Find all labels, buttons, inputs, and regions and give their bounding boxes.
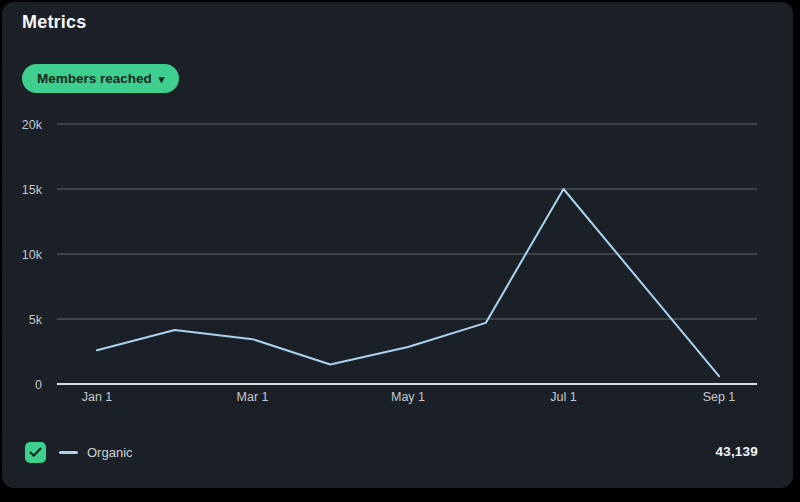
y-tick-label: 15k <box>22 183 43 197</box>
y-tick-label: 10k <box>22 248 43 262</box>
x-axis-label: May 1 <box>391 390 425 404</box>
x-axis-label: Mar 1 <box>237 390 269 404</box>
legend-item-organic[interactable]: Organic <box>25 442 133 463</box>
line-chart: 05k10k15k20kJan 1Mar 1May 1Jul 1Sep 1 <box>2 2 793 488</box>
y-tick-label: 0 <box>35 378 42 392</box>
x-axis-label: Jan 1 <box>82 390 113 404</box>
checkmark-icon <box>29 447 42 458</box>
x-axis-label: Jul 1 <box>550 390 576 404</box>
organic-line-swatch <box>59 451 78 454</box>
metrics-card: Metrics Members reached ▾ 05k10k15k20kJa… <box>2 2 793 488</box>
y-tick-label: 20k <box>22 118 43 132</box>
series-line-organic <box>97 189 719 376</box>
series-total-value: 43,139 <box>716 444 759 459</box>
legend-series-label: Organic <box>87 445 133 460</box>
x-axis-label: Sep 1 <box>703 390 736 404</box>
organic-series-checkbox[interactable] <box>25 442 46 463</box>
legend-row: Organic 43,139 <box>2 442 793 468</box>
y-tick-label: 5k <box>29 313 43 327</box>
